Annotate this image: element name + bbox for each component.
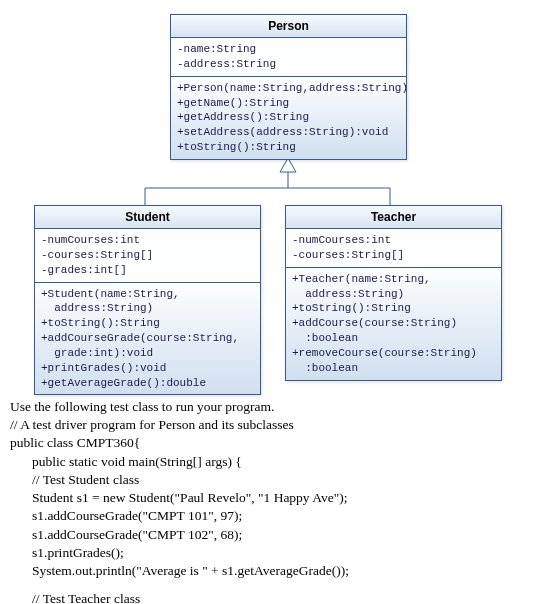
attr-line: -address:String <box>177 57 400 72</box>
method-line: +toString():String <box>41 316 254 331</box>
method-line: +getName():String <box>177 96 400 111</box>
method-line: +toString():String <box>177 140 400 155</box>
attributes-section: -numCourses:int -courses:String[] -grade… <box>35 229 260 283</box>
text-line: public class CMPT360{ <box>10 434 531 452</box>
text-line: // Test Student class <box>32 471 531 489</box>
method-line: +getAddress():String <box>177 110 400 125</box>
attr-line: -name:String <box>177 42 400 57</box>
class-teacher: Teacher -numCourses:int -courses:String[… <box>285 205 502 381</box>
text-line: System.out.println("Average is " + s1.ge… <box>32 562 531 580</box>
text-line: public static void main(String[] args) { <box>32 453 531 471</box>
text-line: s1.addCourseGrade("CMPT 102", 68); <box>32 526 531 544</box>
attributes-section: -numCourses:int -courses:String[] <box>286 229 501 268</box>
method-line: +getAverageGrade():double <box>41 376 254 391</box>
class-title: Student <box>35 206 260 229</box>
text-line: s1.addCourseGrade("CMPT 101", 97); <box>32 507 531 525</box>
attr-line: -grades:int[] <box>41 263 254 278</box>
class-title: Person <box>171 15 406 38</box>
instructions-text: Use the following test class to run your… <box>10 398 531 604</box>
method-line: +Person(name:String,address:String) <box>177 81 400 96</box>
attr-line: -courses:String[] <box>41 248 254 263</box>
attr-line: -numCourses:int <box>292 233 495 248</box>
method-line: +printGrades():void <box>41 361 254 376</box>
text-line: Use the following test class to run your… <box>10 398 531 416</box>
method-line: address:String) <box>292 287 495 302</box>
methods-section: +Teacher(name:String, address:String) +t… <box>286 268 501 380</box>
attr-line: -numCourses:int <box>41 233 254 248</box>
blank-line <box>32 580 531 590</box>
method-line: :boolean <box>292 361 495 376</box>
text-line: s1.printGrades(); <box>32 544 531 562</box>
text-line: Student s1 = new Student("Paul Revelo", … <box>32 489 531 507</box>
class-person: Person -name:String -address:String +Per… <box>170 14 407 160</box>
text-line: // Test Teacher class <box>32 590 531 604</box>
method-line: +addCourseGrade(course:String, <box>41 331 254 346</box>
method-line: +addCourse(course:String) <box>292 316 495 331</box>
attributes-section: -name:String -address:String <box>171 38 406 77</box>
method-line: +removeCourse(course:String) <box>292 346 495 361</box>
method-line: address:String) <box>41 301 254 316</box>
method-line: +Teacher(name:String, <box>292 272 495 287</box>
svg-marker-0 <box>280 158 296 172</box>
uml-diagram: Person -name:String -address:String +Per… <box>10 10 531 390</box>
method-line: grade:int):void <box>41 346 254 361</box>
class-title: Teacher <box>286 206 501 229</box>
methods-section: +Person(name:String,address:String) +get… <box>171 77 406 159</box>
method-line: +toString():String <box>292 301 495 316</box>
text-line: // A test driver program for Person and … <box>10 416 531 434</box>
method-line: +setAddress(address:String):void <box>177 125 400 140</box>
method-line: :boolean <box>292 331 495 346</box>
method-line: +Student(name:String, <box>41 287 254 302</box>
methods-section: +Student(name:String, address:String) +t… <box>35 283 260 395</box>
class-student: Student -numCourses:int -courses:String[… <box>34 205 261 395</box>
attr-line: -courses:String[] <box>292 248 495 263</box>
